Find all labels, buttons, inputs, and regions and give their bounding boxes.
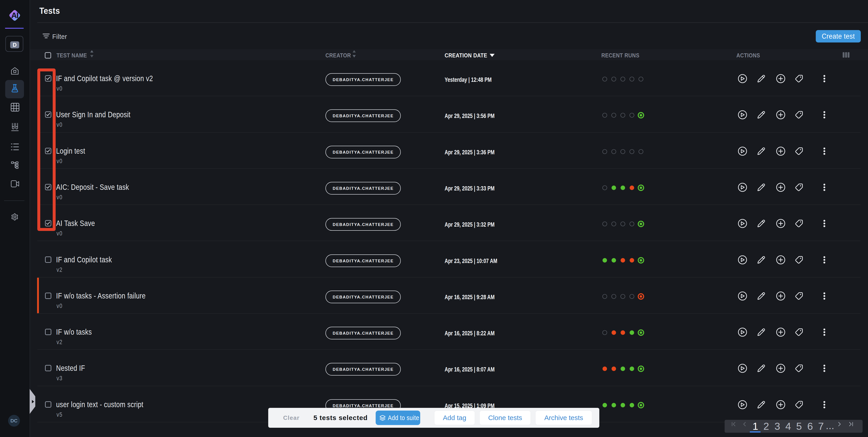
svg-text:AI: AI <box>11 11 18 20</box>
